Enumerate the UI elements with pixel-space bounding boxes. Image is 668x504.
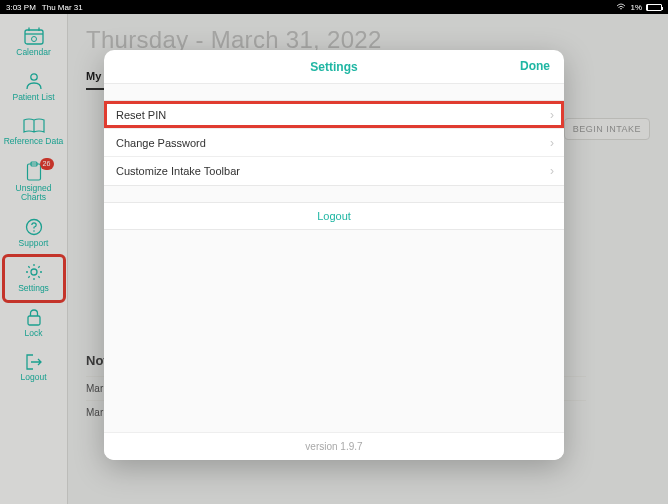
row-customize-intake-toolbar[interactable]: Customize Intake Toolbar › <box>104 157 564 185</box>
chevron-right-icon: › <box>550 164 554 178</box>
done-button[interactable]: Done <box>520 59 550 73</box>
row-label: Change Password <box>116 137 206 149</box>
row-reset-pin[interactable]: Reset PIN › <box>104 101 564 129</box>
popover-header: Settings Done <box>104 50 564 84</box>
version-label: version 1.9.7 <box>104 432 564 460</box>
device-frame: 3:03 PM Thu Mar 31 1% Calendar <box>0 0 668 504</box>
status-time: 3:03 PM <box>6 3 36 12</box>
status-date: Thu Mar 31 <box>42 3 83 12</box>
popover-body: Reset PIN › Change Password › Customize … <box>104 84 564 432</box>
chevron-right-icon: › <box>550 136 554 150</box>
popover-title: Settings <box>310 60 357 74</box>
status-bar: 3:03 PM Thu Mar 31 1% <box>0 0 668 14</box>
row-label: Customize Intake Toolbar <box>116 165 240 177</box>
settings-popover: Settings Done Reset PIN › Change Passwor… <box>104 50 564 460</box>
row-label: Reset PIN <box>116 109 166 121</box>
settings-list: Reset PIN › Change Password › Customize … <box>104 100 564 186</box>
wifi-icon <box>616 3 626 11</box>
row-label: Logout <box>317 210 351 222</box>
row-change-password[interactable]: Change Password › <box>104 129 564 157</box>
chevron-right-icon: › <box>550 108 554 122</box>
row-logout[interactable]: Logout <box>104 202 564 230</box>
battery-pct: 1% <box>630 3 642 12</box>
battery-icon <box>646 4 662 11</box>
